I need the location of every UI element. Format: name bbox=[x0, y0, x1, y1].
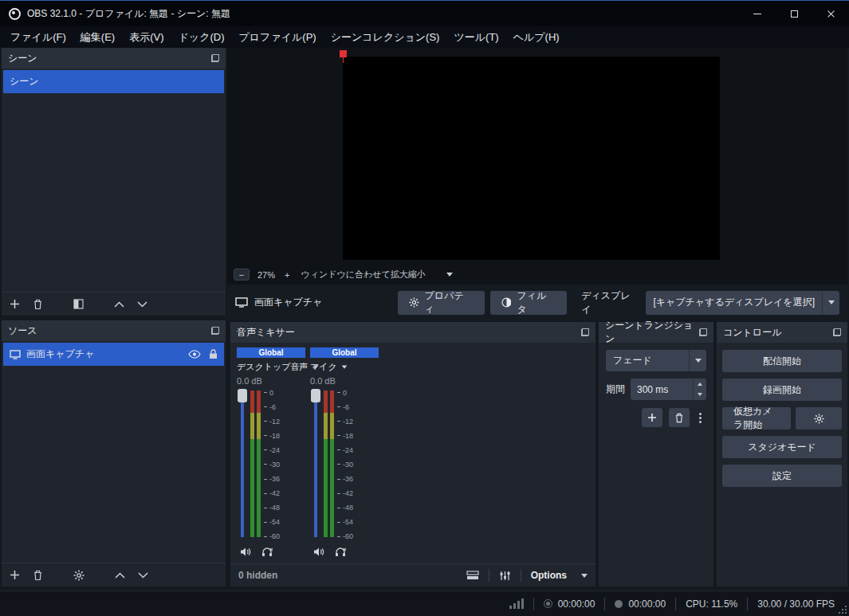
start-recording-button[interactable]: 録画開始 bbox=[722, 379, 842, 401]
remove-scene-button[interactable] bbox=[33, 299, 43, 310]
duration-increase-button[interactable] bbox=[694, 379, 706, 390]
sources-dock-header[interactable]: ソース bbox=[2, 320, 226, 341]
chevron-down-icon bbox=[341, 365, 347, 368]
scene-filters-icon[interactable] bbox=[73, 299, 84, 309]
add-scene-button[interactable] bbox=[10, 299, 20, 309]
popout-icon[interactable] bbox=[699, 328, 707, 336]
volume-slider[interactable] bbox=[310, 389, 321, 542]
duration-decrease-button[interactable] bbox=[694, 390, 706, 401]
menu-edit[interactable]: 編集(E) bbox=[73, 26, 122, 48]
menu-view[interactable]: 表示(V) bbox=[122, 26, 171, 48]
audio-mixer-dock: 音声ミキサー Global デスクトップ音声 0.0 dB bbox=[230, 322, 595, 587]
source-selection-handle[interactable] bbox=[340, 50, 347, 57]
mixer-strip-mic: Global マイク 0.0 dB bbox=[310, 347, 379, 557]
visibility-eye-icon[interactable] bbox=[188, 350, 201, 359]
popout-icon[interactable] bbox=[211, 54, 219, 62]
menu-scene-collection[interactable]: シーンコレクション(S) bbox=[324, 26, 447, 48]
options-dropdown-icon[interactable] bbox=[581, 574, 588, 578]
scenes-toolbar bbox=[2, 292, 226, 316]
channel-name-dropdown[interactable]: デスクトップ音声 bbox=[237, 361, 305, 373]
remove-source-button[interactable] bbox=[33, 570, 43, 581]
preview-canvas[interactable] bbox=[343, 57, 720, 260]
sources-list: 画面キャプチャ bbox=[2, 341, 226, 563]
status-bar: 00:00:00 00:00:00 CPU: 11.5% 30.00 / 30.… bbox=[0, 590, 849, 616]
track-badge: Global bbox=[310, 347, 379, 358]
start-virtual-camera-button[interactable]: 仮想カメラ開始 bbox=[722, 407, 791, 430]
controls-dock-header[interactable]: コントロール bbox=[717, 322, 847, 343]
window-title: OBS 32.1.0 - プロファイル: 無題 - シーン: 無題 bbox=[27, 7, 230, 21]
scenes-dock-header[interactable]: シーン bbox=[2, 48, 226, 69]
popout-icon[interactable] bbox=[211, 327, 219, 335]
cpu-usage: CPU: 11.5% bbox=[686, 598, 737, 610]
add-transition-button[interactable] bbox=[642, 408, 662, 427]
gear-icon bbox=[409, 297, 419, 308]
speaker-icon[interactable] bbox=[313, 547, 325, 557]
duration-spinbox[interactable]: 300 ms bbox=[631, 379, 706, 400]
menu-tools[interactable]: ツール(T) bbox=[446, 26, 505, 48]
zoom-out-button[interactable]: − bbox=[234, 269, 250, 281]
transitions-dock-header[interactable]: シーントランジション bbox=[599, 322, 713, 343]
streaming-time-group: 00:00:00 bbox=[615, 598, 666, 610]
display-capture-icon bbox=[10, 350, 21, 359]
volume-slider-handle[interactable] bbox=[238, 389, 247, 402]
menu-file[interactable]: ファイル(F) bbox=[3, 26, 73, 48]
maximize-button[interactable] bbox=[776, 1, 812, 26]
move-scene-down-button[interactable] bbox=[137, 301, 147, 308]
start-streaming-button[interactable]: 配信開始 bbox=[722, 350, 842, 372]
mixer-dock-header[interactable]: 音声ミキサー bbox=[230, 322, 595, 343]
lock-icon[interactable] bbox=[209, 349, 218, 359]
scene-transitions-dock: シーントランジション フェード 期間 300 ms bbox=[599, 322, 713, 587]
resize-grip[interactable] bbox=[839, 606, 847, 614]
volume-slider-handle[interactable] bbox=[311, 389, 320, 402]
popout-icon[interactable] bbox=[581, 328, 589, 336]
volume-slider[interactable] bbox=[237, 389, 248, 542]
display-select-value: [キャプチャするディスプレイを選択] bbox=[646, 296, 822, 309]
monitor-off-headphones-icon[interactable] bbox=[335, 547, 347, 557]
obs-window: OBS 32.1.0 - プロファイル: 無題 - シーン: 無題 ファイル(F… bbox=[0, 0, 849, 616]
menu-profile[interactable]: プロファイル(P) bbox=[231, 26, 323, 48]
popout-icon[interactable] bbox=[833, 328, 841, 336]
meter-scale: 0 -6 -12 -18 -24 -30 -36 -42 -48 -54 -60 bbox=[337, 389, 361, 540]
mixer-footer: 0 hidden Options bbox=[230, 563, 595, 587]
display-select[interactable]: [キャプチャするディスプレイを選択] bbox=[646, 291, 839, 315]
zoom-in-button[interactable]: + bbox=[285, 270, 289, 280]
virtual-camera-settings-button[interactable] bbox=[796, 407, 842, 430]
settings-button[interactable]: 設定 bbox=[722, 465, 842, 487]
move-scene-up-button[interactable] bbox=[114, 301, 124, 308]
titlebar[interactable]: OBS 32.1.0 - プロファイル: 無題 - シーン: 無題 bbox=[0, 1, 849, 26]
add-source-button[interactable] bbox=[10, 570, 20, 580]
chevron-down-icon bbox=[828, 300, 835, 304]
scene-item[interactable]: シーン bbox=[3, 70, 224, 93]
monitor-off-headphones-icon[interactable] bbox=[261, 547, 273, 557]
remove-transition-button[interactable] bbox=[669, 408, 690, 427]
fit-mode-dropdown-icon[interactable] bbox=[446, 273, 453, 277]
move-source-up-button[interactable] bbox=[115, 572, 125, 579]
mixer-layout-icon[interactable] bbox=[466, 571, 479, 580]
source-properties-gear-icon[interactable] bbox=[73, 570, 85, 581]
transitions-body: フェード 期間 300 ms bbox=[599, 343, 713, 587]
options-button[interactable]: Options bbox=[531, 570, 567, 581]
speaker-icon[interactable] bbox=[240, 547, 252, 557]
fit-mode-label[interactable]: ウィンドウに合わせて拡大縮小 bbox=[301, 269, 425, 281]
preview-area[interactable]: − 27% + ウィンドウに合わせて拡大縮小 bbox=[227, 48, 847, 284]
duration-value: 300 ms bbox=[631, 379, 693, 400]
source-item[interactable]: 画面キャプチャ bbox=[3, 343, 224, 366]
advanced-audio-icon[interactable] bbox=[499, 571, 511, 581]
selected-source: 画面キャプチャ bbox=[235, 296, 398, 309]
network-bars-icon bbox=[509, 598, 524, 609]
properties-button[interactable]: プロパティ bbox=[398, 291, 485, 315]
close-button[interactable] bbox=[812, 1, 849, 26]
sources-dock: ソース 画面キャプチャ bbox=[2, 320, 226, 587]
transition-select-value: フェード bbox=[606, 354, 689, 367]
filters-button[interactable]: フィルタ bbox=[490, 291, 568, 315]
studio-mode-button[interactable]: スタジオモード bbox=[722, 436, 842, 458]
minimize-button[interactable] bbox=[739, 1, 776, 26]
menu-docks[interactable]: ドック(D) bbox=[171, 26, 232, 48]
move-source-down-button[interactable] bbox=[138, 572, 148, 579]
channel-name-dropdown[interactable]: マイク bbox=[310, 361, 379, 373]
transition-select[interactable]: フェード bbox=[606, 350, 706, 371]
menu-help[interactable]: ヘルプ(H) bbox=[506, 26, 567, 48]
mixer-strip-desktop-audio: Global デスクトップ音声 0.0 dB bbox=[237, 347, 305, 557]
transition-menu-icon[interactable] bbox=[696, 413, 705, 423]
scenes-list: シーン bbox=[2, 69, 226, 292]
